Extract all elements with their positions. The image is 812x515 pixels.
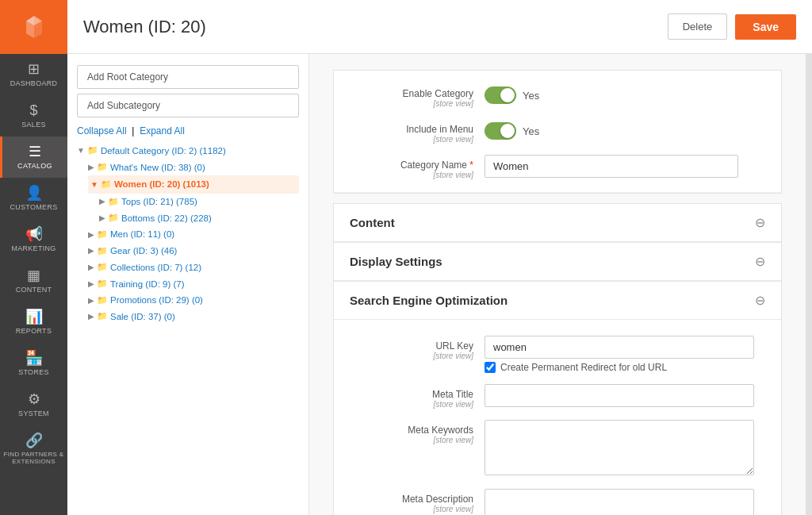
meta-title-control: [485, 384, 757, 407]
display-settings-section: Display Settings ⊖: [334, 243, 781, 282]
delete-button[interactable]: Delete: [668, 13, 728, 40]
meta-title-row: Meta Title [store view]: [358, 384, 757, 409]
sidebar-item-marketing[interactable]: 📢 Marketing: [0, 219, 67, 260]
tree-item: ▶ 📁 Bottoms (ID: 22) (228): [99, 210, 299, 227]
tree-node-link[interactable]: Promotions (ID: 29) (0): [110, 292, 203, 309]
url-key-input[interactable]: [485, 336, 754, 359]
add-subcategory-button[interactable]: Add Subcategory: [77, 94, 299, 117]
main-area: Women (ID: 20) Delete Save Add Root Cate…: [67, 0, 812, 515]
sidebar-item-catalog[interactable]: ☰ Catalog: [0, 136, 67, 178]
include-in-menu-toggle[interactable]: [485, 122, 516, 140]
meta-title-input[interactable]: [485, 384, 754, 407]
expand-icon[interactable]: ▶: [88, 277, 94, 291]
expand-icon[interactable]: ▶: [99, 194, 105, 209]
sidebar-item-reports[interactable]: 📊 Reports: [0, 302, 67, 343]
sidebar-item-stores[interactable]: 🏪 Stores: [0, 343, 67, 384]
enable-category-yes-label: Yes: [523, 90, 539, 102]
tree-item-selected[interactable]: ▼ 📁 Women (ID: 20) (1013): [88, 175, 299, 194]
expand-icon[interactable]: ▼: [90, 178, 98, 192]
tree-node-link[interactable]: Tops (ID: 21) (785): [121, 194, 197, 210]
enable-category-row: Enable Category [store view] Yes: [358, 83, 757, 108]
sidebar-item-label: Content: [16, 286, 52, 294]
enable-category-toggle[interactable]: [485, 86, 516, 104]
tree-item: ▶ 📁 Tops (ID: 21) (785): [99, 194, 299, 210]
body-area: Add Root Category Add Subcategory Collap…: [67, 54, 812, 515]
sidebar-item-label: Catalog: [17, 162, 52, 170]
category-name-input[interactable]: [485, 155, 738, 178]
sidebar-item-content[interactable]: ▦ Content: [0, 260, 67, 302]
display-settings-chevron: ⊖: [755, 254, 765, 269]
sidebar-item-sales[interactable]: $ Sales: [0, 95, 67, 136]
seo-section-body: URL Key [store view] Create Permanent Re…: [334, 320, 781, 515]
expand-icon[interactable]: ▶: [88, 260, 94, 275]
content-section-header[interactable]: Content ⊖: [334, 204, 781, 242]
redirect-checkbox-row: Create Permanent Redirect for old URL: [485, 359, 757, 373]
page-title: Women (ID: 20): [83, 17, 206, 37]
basic-settings-section: Enable Category [store view] Yes In: [333, 70, 782, 194]
stores-icon: 🏪: [25, 351, 43, 365]
sidebar-item-label: Sales: [21, 121, 46, 129]
redirect-checkbox[interactable]: [485, 362, 496, 373]
meta-keywords-control: [485, 420, 757, 478]
expand-icon[interactable]: ▶: [88, 160, 94, 175]
sidebar: ⊞ Dashboard $ Sales ☰ Catalog 👤 Customer…: [0, 0, 67, 515]
tree-node-link[interactable]: Bottoms (ID: 22) (228): [121, 210, 212, 227]
display-settings-title: Display Settings: [350, 255, 442, 268]
seo-section-header[interactable]: Search Engine Optimization ⊖: [334, 282, 781, 320]
tree-node-link[interactable]: Sale (ID: 37) (0): [110, 309, 175, 325]
tree-node-link[interactable]: Collections (ID: 7) (12): [110, 259, 201, 276]
tree-item: ▶ 📁 Gear (ID: 3) (46): [88, 243, 299, 259]
add-root-category-button[interactable]: Add Root Category: [77, 65, 299, 89]
include-in-menu-row: Include in Menu [store view] Yes: [358, 119, 757, 144]
seo-chevron: ⊖: [755, 293, 765, 308]
reports-icon: 📊: [25, 309, 43, 324]
expand-icon[interactable]: ▶: [88, 228, 94, 242]
tree-item: ▶ 📁 Men (ID: 11) (0): [88, 226, 299, 243]
expand-icon[interactable]: ▶: [88, 244, 94, 258]
meta-description-label: Meta Description [store view]: [358, 489, 485, 513]
sidebar-item-find[interactable]: 🔗 Find Partners & Extensions: [0, 425, 67, 473]
sidebar-item-customers[interactable]: 👤 Customers: [0, 178, 67, 219]
tree-item: ▶ 📁 What's New (ID: 38) (0): [88, 159, 299, 176]
include-in-menu-toggle-wrap: Yes: [485, 119, 757, 140]
sidebar-item-system[interactable]: ⚙ System: [0, 384, 67, 425]
sidebar-item-dashboard[interactable]: ⊞ Dashboard: [0, 54, 67, 95]
marketing-icon: 📢: [25, 227, 43, 241]
expand-icon[interactable]: ▼: [77, 144, 85, 158]
scrollbar[interactable]: [806, 54, 812, 515]
meta-keywords-input[interactable]: [485, 420, 754, 475]
content-section-title: Content: [350, 216, 395, 229]
collapse-all-link[interactable]: Collapse All: [77, 125, 127, 136]
tree-item: ▶ 📁 Training (ID: 9) (7): [88, 276, 299, 293]
tree-node-link[interactable]: Default Category (ID: 2) (1182): [101, 143, 226, 159]
expand-icon[interactable]: ▶: [88, 309, 94, 324]
url-key-label: URL Key [store view]: [358, 336, 485, 360]
include-in-menu-label: Include in Menu [store view]: [358, 119, 485, 144]
save-button[interactable]: Save: [735, 14, 796, 40]
expand-icon[interactable]: ▶: [99, 211, 105, 225]
tree-node-link[interactable]: What's New (ID: 38) (0): [110, 159, 205, 176]
catalog-icon: ☰: [29, 144, 41, 159]
expand-icon[interactable]: ▶: [88, 294, 94, 308]
category-name-control: [485, 155, 757, 178]
expand-all-link[interactable]: Expand All: [140, 125, 185, 136]
tree-node-link[interactable]: Women (ID: 20) (1013): [114, 176, 209, 193]
tree-node-link[interactable]: Training (ID: 9) (7): [110, 276, 185, 293]
category-tree: ▼ 📁 Default Category (ID: 2) (1182) ▶ 📁 …: [77, 143, 299, 325]
page-header: Women (ID: 20) Delete Save: [67, 0, 812, 54]
left-panel: Add Root Category Add Subcategory Collap…: [67, 54, 309, 515]
meta-title-label: Meta Title [store view]: [358, 384, 485, 409]
tree-links: Collapse All | Expand All: [77, 125, 299, 136]
url-key-row: URL Key [store view] Create Permanent Re…: [358, 336, 757, 373]
tree-node-link[interactable]: Gear (ID: 3) (46): [110, 243, 177, 259]
content-section: Content ⊖: [334, 204, 781, 243]
seo-section-title: Search Engine Optimization: [350, 294, 508, 307]
sidebar-item-label: Customers: [10, 203, 57, 211]
display-settings-section-header[interactable]: Display Settings ⊖: [334, 243, 781, 281]
meta-description-input[interactable]: [485, 489, 754, 515]
sidebar-item-label: System: [18, 409, 49, 417]
right-panel: Enable Category [store view] Yes In: [309, 54, 806, 515]
meta-description-control: [485, 489, 757, 515]
tree-item: ▶ 📁 Promotions (ID: 29) (0): [88, 292, 299, 309]
tree-node-link[interactable]: Men (ID: 11) (0): [110, 226, 174, 243]
